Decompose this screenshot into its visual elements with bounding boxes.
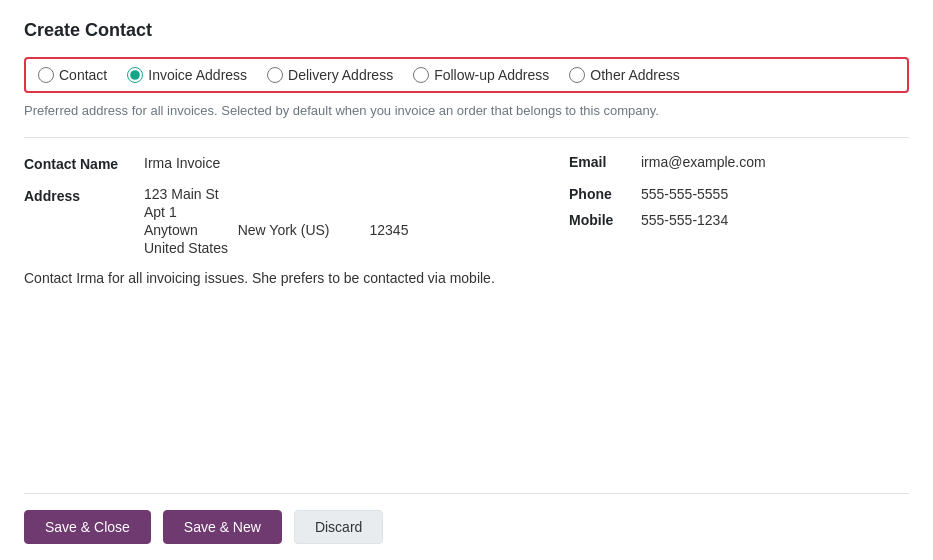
radio-invoice[interactable] [127,67,143,83]
page-container: Create Contact Contact Invoice Address D… [0,0,933,560]
form-section: Contact Name Irma Invoice Email irma@exa… [24,154,909,494]
radio-followup-label: Follow-up Address [434,67,549,83]
phone-value: 555-555-5555 [641,186,728,202]
mobile-label: Mobile [569,212,629,228]
save-close-button[interactable]: Save & Close [24,510,151,544]
address-line1: 123 Main St [144,186,408,202]
contact-name-value: Irma Invoice [144,155,569,171]
page-title: Create Contact [24,20,909,41]
address-country: United States [144,240,408,256]
radio-option-followup[interactable]: Follow-up Address [413,67,549,83]
mobile-value: 555-555-1234 [641,212,728,228]
address-zip: 12345 [370,222,409,238]
radio-other[interactable] [569,67,585,83]
radio-option-other[interactable]: Other Address [569,67,680,83]
note-text: Contact Irma for all invoicing issues. S… [24,270,909,286]
divider [24,137,909,138]
footer: Save & Close Save & New Discard [24,493,909,560]
hint-text: Preferred address for all invoices. Sele… [24,101,909,121]
contact-name-label: Contact Name [24,154,144,172]
radio-contact-label: Contact [59,67,107,83]
radio-delivery[interactable] [267,67,283,83]
save-new-button[interactable]: Save & New [163,510,282,544]
address-label: Address [24,186,144,204]
radio-other-label: Other Address [590,67,680,83]
address-city: Anytown [144,222,198,238]
radio-followup[interactable] [413,67,429,83]
address-line2: Apt 1 [144,204,408,220]
mobile-row: Mobile 555-555-1234 [569,212,909,228]
phone-label: Phone [569,186,629,202]
address-state: New York (US) [238,222,330,238]
address-city-line: Anytown New York (US) 12345 [144,222,408,238]
radio-invoice-label: Invoice Address [148,67,247,83]
radio-delivery-label: Delivery Address [288,67,393,83]
email-label: Email [569,154,629,170]
radio-option-contact[interactable]: Contact [38,67,107,83]
radio-option-delivery[interactable]: Delivery Address [267,67,393,83]
radio-contact[interactable] [38,67,54,83]
email-value: irma@example.com [641,154,766,170]
address-block: 123 Main St Apt 1 Anytown New York (US) … [144,186,408,256]
phone-row: Phone 555-555-5555 [569,186,909,202]
radio-group: Contact Invoice Address Delivery Address… [24,57,909,93]
radio-option-invoice[interactable]: Invoice Address [127,67,247,83]
discard-button[interactable]: Discard [294,510,383,544]
